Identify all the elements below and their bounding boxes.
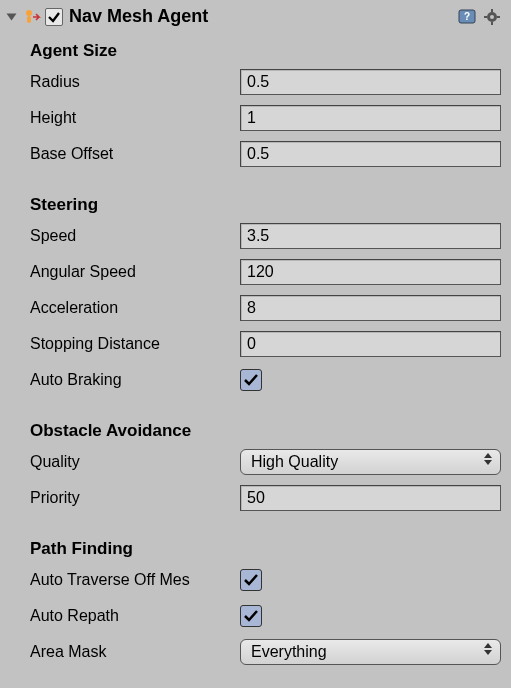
stopping-distance-label: Stopping Distance bbox=[30, 335, 240, 353]
stopping-distance-row: Stopping Distance bbox=[30, 329, 501, 359]
path-finding-heading: Path Finding bbox=[30, 539, 501, 559]
height-label: Height bbox=[30, 109, 240, 127]
auto-braking-label: Auto Braking bbox=[30, 371, 240, 389]
component-title: Nav Mesh Agent bbox=[69, 6, 453, 27]
acceleration-input[interactable] bbox=[240, 295, 501, 321]
speed-input[interactable] bbox=[240, 223, 501, 249]
steering-heading: Steering bbox=[30, 195, 501, 215]
radius-label: Radius bbox=[30, 73, 240, 91]
quality-dropdown[interactable]: High Quality bbox=[240, 449, 501, 475]
svg-rect-10 bbox=[497, 16, 500, 18]
auto-traverse-row: Auto Traverse Off Mes bbox=[30, 565, 501, 595]
path-finding-section: Path Finding Auto Traverse Off Mes Auto … bbox=[8, 539, 503, 667]
navmesh-component-panel: Nav Mesh Agent ? bbox=[0, 0, 511, 685]
svg-text:?: ? bbox=[464, 11, 470, 22]
speed-row: Speed bbox=[30, 221, 501, 251]
dropdown-caret-icon bbox=[482, 643, 494, 655]
priority-row: Priority bbox=[30, 483, 501, 513]
acceleration-row: Acceleration bbox=[30, 293, 501, 323]
agent-size-section: Agent Size Radius Height Base Offset bbox=[8, 41, 503, 169]
auto-repath-row: Auto Repath bbox=[30, 601, 501, 631]
navmesh-agent-icon bbox=[21, 7, 41, 27]
priority-label: Priority bbox=[30, 489, 240, 507]
steering-section: Steering Speed Angular Speed Acceleratio… bbox=[8, 195, 503, 395]
quality-value: High Quality bbox=[251, 453, 338, 471]
height-input[interactable] bbox=[240, 105, 501, 131]
agent-size-heading: Agent Size bbox=[30, 41, 501, 61]
settings-gear-icon[interactable] bbox=[483, 7, 503, 27]
angular-speed-input[interactable] bbox=[240, 259, 501, 285]
angular-speed-row: Angular Speed bbox=[30, 257, 501, 287]
help-icon[interactable]: ? bbox=[457, 7, 477, 27]
svg-rect-1 bbox=[27, 16, 31, 23]
obstacle-avoidance-heading: Obstacle Avoidance bbox=[30, 421, 501, 441]
priority-input[interactable] bbox=[240, 485, 501, 511]
radius-row: Radius bbox=[30, 67, 501, 97]
svg-rect-8 bbox=[491, 22, 493, 25]
auto-repath-label: Auto Repath bbox=[30, 607, 240, 625]
base-offset-row: Base Offset bbox=[30, 139, 501, 169]
height-row: Height bbox=[30, 103, 501, 133]
base-offset-label: Base Offset bbox=[30, 145, 240, 163]
svg-point-0 bbox=[26, 10, 32, 16]
quality-row: Quality High Quality bbox=[30, 447, 501, 477]
radius-input[interactable] bbox=[240, 69, 501, 95]
auto-braking-row: Auto Braking bbox=[30, 365, 501, 395]
svg-point-6 bbox=[490, 15, 494, 19]
auto-repath-checkbox[interactable] bbox=[240, 605, 262, 627]
area-mask-row: Area Mask Everything bbox=[30, 637, 501, 667]
dropdown-caret-icon bbox=[482, 453, 494, 465]
svg-rect-9 bbox=[484, 16, 487, 18]
auto-traverse-label: Auto Traverse Off Mes bbox=[30, 571, 240, 589]
acceleration-label: Acceleration bbox=[30, 299, 240, 317]
stopping-distance-input[interactable] bbox=[240, 331, 501, 357]
auto-traverse-checkbox[interactable] bbox=[240, 569, 262, 591]
area-mask-label: Area Mask bbox=[30, 643, 240, 661]
component-header: Nav Mesh Agent ? bbox=[8, 4, 503, 35]
area-mask-dropdown[interactable]: Everything bbox=[240, 639, 501, 665]
obstacle-avoidance-section: Obstacle Avoidance Quality High Quality … bbox=[8, 421, 503, 513]
foldout-toggle-icon[interactable] bbox=[7, 13, 17, 20]
component-enable-checkbox[interactable] bbox=[45, 8, 63, 26]
base-offset-input[interactable] bbox=[240, 141, 501, 167]
area-mask-value: Everything bbox=[251, 643, 327, 661]
angular-speed-label: Angular Speed bbox=[30, 263, 240, 281]
speed-label: Speed bbox=[30, 227, 240, 245]
auto-braking-checkbox[interactable] bbox=[240, 369, 262, 391]
svg-rect-7 bbox=[491, 9, 493, 12]
quality-label: Quality bbox=[30, 453, 240, 471]
